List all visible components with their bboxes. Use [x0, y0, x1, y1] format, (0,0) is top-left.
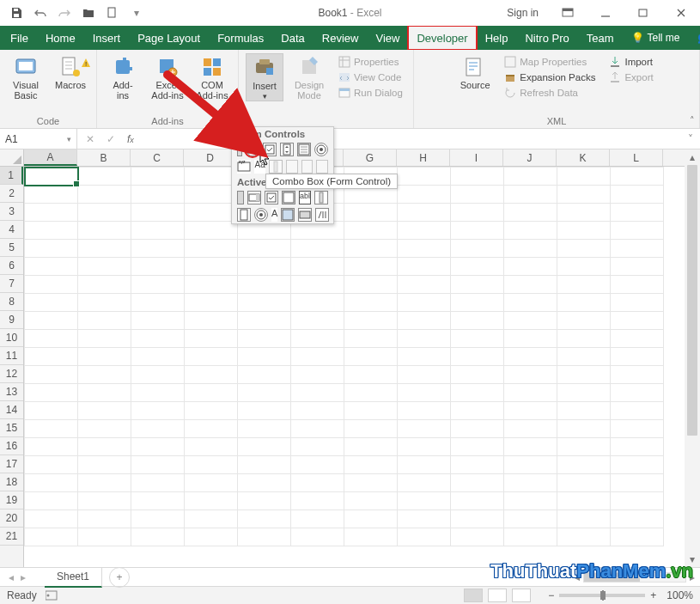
zoom-level[interactable]: 100%	[667, 589, 693, 601]
expansion-packs-button[interactable]: Expansion Packs	[501, 70, 599, 84]
chevron-down-icon[interactable]: ▾	[67, 135, 71, 143]
visual-basic-button[interactable]: VisualBasic	[7, 53, 45, 101]
insert-controls-button[interactable]: Insert ▾	[246, 53, 283, 101]
collapse-ribbon-icon[interactable]: ˄	[690, 115, 695, 126]
row-header[interactable]: 15	[0, 419, 23, 437]
qat-dropdown-icon[interactable]: ▾	[129, 5, 144, 21]
tab-developer[interactable]: Developer	[408, 26, 476, 50]
spin-button-activex-icon[interactable]	[237, 208, 251, 222]
scroll-bar-form-control-icon[interactable]	[269, 160, 283, 174]
column-header[interactable]: K	[557, 149, 610, 166]
scrollbar-thumb[interactable]	[687, 165, 697, 436]
map-properties-button[interactable]: Map Properties	[501, 55, 599, 69]
page-break-view-button[interactable]	[512, 589, 531, 602]
open-icon[interactable]	[81, 5, 96, 21]
import-button[interactable]: Import	[606, 55, 656, 69]
page-layout-view-button[interactable]	[488, 589, 507, 602]
row-header[interactable]: 21	[0, 528, 23, 546]
combo-box-activex-icon[interactable]	[247, 191, 261, 204]
new-icon[interactable]	[105, 5, 120, 21]
column-header[interactable]: A	[24, 149, 77, 166]
cancel-formula-icon[interactable]: ✕	[86, 133, 94, 145]
row-header[interactable]: 18	[0, 473, 23, 491]
column-header[interactable]: C	[131, 149, 184, 166]
checkbox-form-control-icon[interactable]	[263, 143, 277, 156]
close-icon[interactable]	[662, 0, 700, 26]
tell-me[interactable]: 💡 Tell me	[623, 26, 689, 50]
run-dialog-button[interactable]: Run Dialog	[335, 86, 406, 100]
row-header[interactable]: 6	[0, 257, 23, 275]
check-box-activex-icon[interactable]	[265, 191, 278, 204]
column-header[interactable]: D	[184, 149, 237, 166]
tab-team[interactable]: Team	[578, 26, 623, 50]
select-all-button[interactable]	[0, 149, 24, 167]
addins-button[interactable]: Add-ins	[104, 53, 142, 101]
toggle-button-activex-icon[interactable]	[298, 208, 312, 222]
tab-help[interactable]: Help	[477, 26, 517, 50]
tab-nitro-pro[interactable]: Nitro Pro	[516, 26, 577, 50]
more-controls-activex-icon[interactable]	[315, 208, 329, 222]
zoom-out-button[interactable]: −	[548, 589, 554, 601]
tab-review[interactable]: Review	[313, 26, 368, 50]
row-header[interactable]: 16	[0, 437, 23, 455]
scroll-right-icon[interactable]: ▸	[690, 571, 695, 583]
row-header[interactable]: 9	[0, 311, 23, 329]
share-button[interactable]: 👥 Share	[689, 26, 700, 50]
column-header[interactable]: L	[610, 149, 663, 166]
scroll-bar-activex-icon[interactable]	[314, 191, 328, 204]
sheet-nav-prev-icon[interactable]: ◂	[9, 571, 14, 583]
source-button[interactable]: Source	[456, 53, 494, 90]
text-box-activex-icon[interactable]: abl	[299, 191, 311, 204]
list-box-activex-icon[interactable]	[282, 191, 295, 204]
group-box-form-control-icon[interactable]: xyz	[237, 160, 251, 174]
label-form-control-icon[interactable]: Aa	[254, 160, 265, 174]
tab-home[interactable]: Home	[37, 26, 84, 50]
tab-page-layout[interactable]: Page Layout	[129, 26, 209, 50]
tab-view[interactable]: View	[367, 26, 408, 50]
option-button-activex-icon[interactable]	[254, 208, 268, 222]
row-header[interactable]: 3	[0, 203, 23, 221]
signin-link[interactable]: Sign in	[496, 7, 549, 19]
scroll-up-icon[interactable]: ▴	[685, 149, 700, 165]
tab-formulas[interactable]: Formulas	[209, 26, 272, 50]
column-header[interactable]: I	[450, 149, 503, 166]
row-header[interactable]: 12	[0, 365, 23, 383]
scrollbar-thumb[interactable]	[584, 573, 640, 582]
undo-icon[interactable]	[33, 5, 48, 21]
vertical-scrollbar[interactable]: ▴ ▾	[685, 149, 700, 567]
zoom-in-button[interactable]: +	[650, 589, 656, 601]
option-button-form-control-icon[interactable]	[314, 143, 328, 156]
horizontal-scrollbar[interactable]: ◂ ▸	[575, 571, 700, 583]
row-header[interactable]: 10	[0, 329, 23, 347]
view-code-button[interactable]: View Code	[335, 70, 406, 84]
macros-button[interactable]: Macros !	[52, 53, 89, 100]
redo-icon[interactable]	[57, 5, 72, 21]
row-header[interactable]: 13	[0, 383, 23, 401]
fx-icon[interactable]: fx	[124, 133, 134, 145]
column-header[interactable]: J	[503, 149, 557, 166]
row-header[interactable]: 14	[0, 401, 23, 419]
tab-data[interactable]: Data	[272, 26, 313, 50]
button-form-control-icon[interactable]	[237, 143, 242, 156]
row-header[interactable]: 5	[0, 239, 23, 257]
scroll-down-icon[interactable]: ▾	[685, 552, 700, 567]
ribbon-display-icon[interactable]	[549, 0, 587, 26]
row-header[interactable]: 17	[0, 455, 23, 473]
combo-box-form-control-icon[interactable]	[246, 143, 259, 156]
maximize-icon[interactable]	[624, 0, 662, 26]
name-box[interactable]: ▾	[0, 129, 77, 149]
row-header[interactable]: 7	[0, 275, 23, 293]
row-header[interactable]: 1	[0, 167, 23, 185]
scroll-left-icon[interactable]: ◂	[575, 571, 580, 583]
row-header[interactable]: 8	[0, 293, 23, 311]
row-header[interactable]: 2	[0, 185, 23, 203]
name-box-input[interactable]	[5, 133, 57, 145]
com-addins-button[interactable]: COMAdd-ins	[193, 53, 231, 101]
properties-button[interactable]: Properties	[335, 55, 406, 69]
normal-view-button[interactable]	[464, 589, 483, 602]
row-header[interactable]: 20	[0, 509, 23, 528]
refresh-data-button[interactable]: Refresh Data	[501, 86, 599, 100]
sheet-nav-next-icon[interactable]: ▸	[21, 571, 26, 583]
spin-button-form-control-icon[interactable]	[280, 143, 294, 156]
sheet-tab[interactable]: Sheet1	[45, 568, 102, 588]
